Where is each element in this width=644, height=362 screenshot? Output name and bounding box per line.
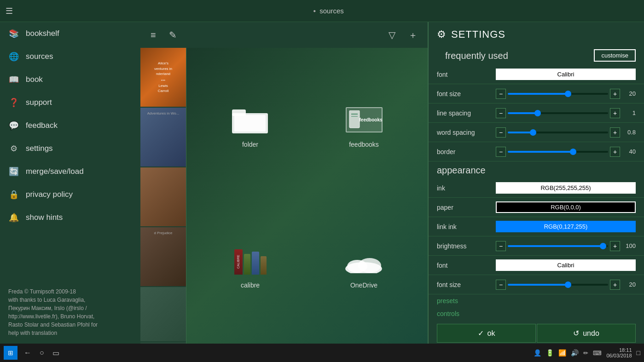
settings-header: ⚙ SETTINGS xyxy=(429,22,644,45)
ink-value-button[interactable]: RGB(255,255,255) xyxy=(496,182,636,194)
hints-icon: 🔔 xyxy=(8,213,19,223)
customise-button[interactable]: customise xyxy=(594,49,636,62)
sidebar-item-settings[interactable]: ⚙ settings xyxy=(0,137,140,160)
onedrive-label: OneDrive xyxy=(350,282,377,289)
add-icon[interactable]: ＋ xyxy=(406,26,420,44)
sidebar-item-merge[interactable]: 🔄 merge/save/load xyxy=(0,160,140,183)
book-item-alice[interactable]: Alice's ventures in nderland *** Lewis C… xyxy=(140,48,186,108)
onedrive-svg-icon xyxy=(344,248,383,273)
search-button[interactable]: ○ xyxy=(38,347,46,359)
content-main: Alice's ventures in nderland *** Lewis C… xyxy=(140,48,428,344)
source-feedbooks[interactable]: feedbooks feedbooks xyxy=(343,103,385,148)
undo-button[interactable]: ↺ undo xyxy=(537,324,636,343)
frequently-used-label: frequently used xyxy=(437,47,516,64)
taskbar: ⊞ ← ○ ▭ 👤 🔋 📶 🔊 ✏ ⌨ 18:11 06/03/2018 □ xyxy=(0,344,644,362)
line-spacing-plus[interactable]: + xyxy=(610,108,620,118)
line-spacing-label: line spacing xyxy=(437,109,492,117)
sidebar-label-bookshelf: bookshelf xyxy=(26,29,59,38)
font-size-plus[interactable]: + xyxy=(610,89,620,99)
brightness-plus[interactable]: + xyxy=(610,241,620,251)
book-item-2[interactable]: Adventures in Wo... xyxy=(140,108,186,167)
edit-icon[interactable]: ✎ xyxy=(166,27,180,43)
link-ink-value-button[interactable]: RGB(0,127,255) xyxy=(496,221,636,232)
app-font-size-minus[interactable]: − xyxy=(496,280,506,290)
app-font-value-button[interactable]: Calibri xyxy=(496,259,636,271)
sidebar-item-feedback[interactable]: 💬 feedback xyxy=(0,114,140,137)
font-size-track[interactable] xyxy=(508,93,608,95)
folder-svg-icon xyxy=(232,105,269,135)
app-font-size-plus[interactable]: + xyxy=(610,280,620,290)
notification-icon[interactable]: □ xyxy=(637,349,640,356)
privacy-icon: 🔒 xyxy=(8,190,19,200)
row-ink: ink RGB(255,255,255) xyxy=(429,178,644,198)
content-panel: ≡ ✎ ▽ ＋ Alice's ventures in nderland ***… xyxy=(140,22,428,344)
windows-logo-icon: ⊞ xyxy=(8,349,13,356)
line-spacing-track[interactable] xyxy=(508,112,608,114)
border-label: border xyxy=(437,148,492,155)
ok-check-icon: ✓ xyxy=(478,329,484,338)
presets-link[interactable]: presets xyxy=(429,294,644,307)
sidebar-label-merge: merge/save/load xyxy=(26,167,84,176)
font-size-minus[interactable]: − xyxy=(496,89,506,99)
calibre-label: calibre xyxy=(241,282,260,289)
volume-icon[interactable]: 🔊 xyxy=(571,349,579,356)
sidebar-item-sources[interactable]: 🌐 sources xyxy=(0,45,140,68)
settings-panel: ⚙ SETTINGS frequently used customise fon… xyxy=(428,22,644,344)
top-bar: ☰ ● sources xyxy=(0,0,644,22)
paper-value-button[interactable]: RGB(0,0,0) xyxy=(496,201,636,213)
controls-link[interactable]: controls xyxy=(429,307,644,320)
font-size-value: 20 xyxy=(622,90,636,97)
people-icon[interactable]: 👤 xyxy=(534,349,541,356)
keyboard-icon: ⌨ xyxy=(593,350,602,356)
word-spacing-track[interactable] xyxy=(508,132,608,133)
ok-button[interactable]: ✓ ok xyxy=(437,324,536,343)
taskbar-clock: 18:11 06/03/2018 xyxy=(606,347,632,358)
book-list: Alice's ventures in nderland *** Lewis C… xyxy=(140,48,186,344)
sidebar-item-support[interactable]: ❓ support xyxy=(0,91,140,114)
feedbooks-icon-container: feedbooks xyxy=(343,103,385,137)
brightness-minus[interactable]: − xyxy=(496,241,506,251)
sidebar: 📚 bookshelf 🌐 sources 📖 book ❓ support 💬… xyxy=(0,22,140,344)
brightness-track[interactable] xyxy=(508,245,608,247)
line-spacing-value: 1 xyxy=(622,109,636,116)
font-size-control: − + 20 xyxy=(496,89,636,99)
app-font-control: Calibri xyxy=(496,259,636,271)
font-value-button[interactable]: Calibri xyxy=(496,69,636,80)
source-onedrive[interactable]: OneDrive xyxy=(343,243,385,289)
word-spacing-minus[interactable]: − xyxy=(496,127,506,138)
sidebar-label-sources: sources xyxy=(26,52,53,61)
border-track[interactable] xyxy=(508,151,608,153)
border-plus[interactable]: + xyxy=(610,147,620,157)
brightness-control: − + 100 xyxy=(496,241,636,251)
hamburger-menu[interactable]: ☰ xyxy=(6,6,13,16)
app-font-size-track[interactable] xyxy=(508,284,608,286)
settings-gear-icon: ⚙ xyxy=(437,29,447,40)
source-folder[interactable]: folder xyxy=(230,103,271,148)
sidebar-label-settings: settings xyxy=(26,144,53,153)
sidebar-item-privacy[interactable]: 🔒 privacy policy xyxy=(0,183,140,206)
appearance-label: appearance xyxy=(429,161,644,178)
paper-label: paper xyxy=(437,204,492,211)
back-button[interactable]: ← xyxy=(22,347,33,359)
ink-label: ink xyxy=(437,184,492,192)
sidebar-item-bookshelf[interactable]: 📚 bookshelf xyxy=(0,22,140,45)
sidebar-item-hints[interactable]: 🔔 show hints xyxy=(0,206,140,229)
font-label: font xyxy=(437,71,492,78)
source-calibre[interactable]: CALIBRE calibre xyxy=(230,243,271,289)
main-area: 📚 bookshelf 🌐 sources 📖 book ❓ support 💬… xyxy=(0,22,644,344)
border-minus[interactable]: − xyxy=(496,147,506,157)
list-view-icon[interactable]: ≡ xyxy=(148,27,159,43)
book-item-4[interactable]: d Prejudice xyxy=(140,227,186,287)
sources-dot-icon: ● xyxy=(313,8,316,13)
sidebar-label-feedback: feedback xyxy=(26,121,58,130)
start-button[interactable]: ⊞ xyxy=(4,346,17,360)
task-view-button[interactable]: ▭ xyxy=(51,347,61,359)
book-item-3[interactable] xyxy=(140,167,186,227)
filter-icon[interactable]: ▽ xyxy=(386,27,398,43)
line-spacing-minus[interactable]: − xyxy=(496,108,506,118)
book-item-5[interactable] xyxy=(140,287,186,342)
word-spacing-plus[interactable]: + xyxy=(610,127,620,138)
undo-label: undo xyxy=(583,329,599,338)
sidebar-label-privacy: privacy policy xyxy=(26,190,73,199)
sidebar-item-book[interactable]: 📖 book xyxy=(0,68,140,91)
